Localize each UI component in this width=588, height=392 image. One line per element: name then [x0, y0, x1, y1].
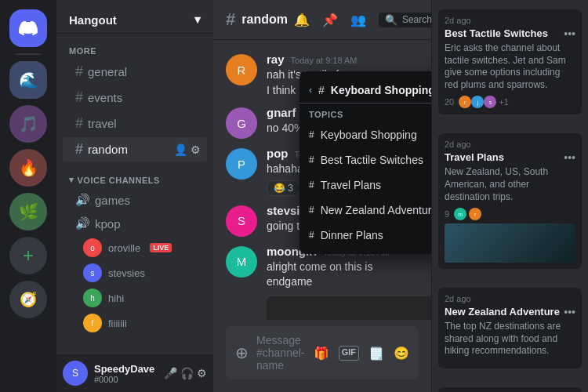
thread-item-label: Travel Plans: [321, 179, 381, 191]
message-time: Today at 9:18 AM: [291, 56, 358, 65]
thread-icon: #: [309, 129, 314, 140]
chat-input[interactable]: ⊕ Message #channel-name 🎁 GIF 🗒️ 😊: [226, 326, 419, 379]
chevron-left-icon[interactable]: ‹: [309, 85, 312, 96]
gift-icon[interactable]: 🎁: [314, 346, 329, 361]
sidebar-footer: S SpeedyDave #0000 🎤 🎧 ⚙: [56, 354, 213, 392]
server-icon-4[interactable]: 🌿: [9, 193, 47, 230]
channel-kpop[interactable]: 🔊 kpop: [63, 212, 207, 234]
avatar: R: [226, 54, 257, 85]
voice-section-label: VOICE CHANNELS: [78, 176, 160, 185]
more-label: MORE: [69, 46, 96, 56]
three-dots-icon[interactable]: •••: [564, 27, 575, 40]
sticker-icon[interactable]: 🗒️: [368, 346, 384, 361]
channel-travel[interactable]: # travel: [63, 111, 207, 136]
avatar: r: [459, 96, 471, 108]
server-icon-3[interactable]: 🔥: [9, 149, 47, 187]
chat-input-icons: 🎁 GIF 🗒️ 😊: [314, 346, 409, 361]
channel-random[interactable]: # random 👤 ⚙: [63, 137, 207, 162]
avatar: h: [83, 289, 102, 307]
avatar: M: [226, 246, 257, 278]
pin-icon[interactable]: 📌: [322, 13, 338, 27]
thread-item-travel-plans[interactable]: # Travel Plans: [299, 172, 431, 198]
settings-icon[interactable]: ⚙: [197, 367, 207, 379]
members-icon[interactable]: 👥: [350, 13, 366, 27]
thread-card-best-tactile[interactable]: 2d ago ••• Best Tactile Switches Eric as…: [438, 9, 582, 114]
topics-section-label: TOPICS: [299, 107, 431, 122]
thread-card-travel-plans[interactable]: 2d ago ••• Travel Plans New Zealand, US,…: [438, 133, 582, 269]
message-username: pop: [267, 147, 289, 160]
hash-icon: #: [75, 115, 83, 132]
live-badge: LIVE: [150, 243, 172, 252]
footer-username: SpeedyDave: [94, 363, 158, 375]
server-name-header[interactable]: Hangout ▾: [56, 0, 213, 34]
message-text: alright come on this is endgame: [267, 260, 419, 290]
thread-description: Eric asks the channel about tactile swit…: [445, 42, 575, 91]
thread-title: Travel Plans: [445, 151, 575, 163]
voice-user-oroville[interactable]: o oroville LIVE: [63, 236, 207, 260]
three-dots-icon[interactable]: •••: [564, 151, 575, 164]
thread-count: 20: [445, 97, 454, 107]
thread-icon: #: [309, 205, 314, 216]
search-placeholder: Search: [402, 14, 432, 25]
thread-card-dinner-plans[interactable]: 4d ago ••• Dinner Plans Saturday, around…: [438, 387, 582, 392]
avatar: s: [484, 96, 496, 108]
channel-hash-icon: #: [226, 9, 235, 30]
message-header: ray Today at 9:18 AM: [267, 53, 419, 66]
right-panel: 2d ago ••• Best Tactile Switches Eric as…: [431, 0, 588, 392]
server-icon-2[interactable]: 🎵: [9, 105, 47, 143]
voice-channels-label[interactable]: ▾ VOICE CHANNELS: [56, 162, 213, 188]
reaction-laugh[interactable]: 😂 3: [267, 180, 300, 196]
settings-icon[interactable]: ⚙: [191, 143, 201, 156]
headphones-icon[interactable]: 🎧: [180, 367, 194, 379]
thread-count: 9: [445, 209, 449, 219]
add-user-icon[interactable]: 👤: [174, 143, 187, 156]
channel-name-label: kpop: [95, 217, 121, 230]
thread-hash-icon: #: [318, 84, 325, 96]
thread-time: 2d ago: [445, 16, 575, 25]
mic-icon[interactable]: 🎤: [164, 367, 177, 379]
server-icon-1[interactable]: 🌊: [9, 61, 47, 99]
channel-games[interactable]: 🔊 games: [63, 189, 207, 211]
add-attachment-icon[interactable]: ⊕: [235, 343, 249, 362]
voice-user-stevsies[interactable]: s stevsies: [63, 261, 207, 285]
three-dots-icon[interactable]: •••: [564, 306, 575, 318]
explore-button[interactable]: 🧭: [9, 281, 47, 318]
more-section-label[interactable]: MORE: [56, 34, 213, 59]
thread-icon: #: [309, 180, 314, 191]
channel-name-label: events: [88, 91, 122, 104]
thread-title: New Zealand Adventure: [445, 306, 575, 318]
thread-item-label: Best Tactile Switches: [321, 154, 423, 166]
bell-icon[interactable]: 🔔: [294, 13, 310, 27]
footer-icons: 🎤 🎧 ⚙: [164, 367, 207, 379]
thread-time: 2d ago: [445, 294, 575, 303]
thread-item-label: Keyboard Shopping: [321, 129, 417, 141]
avatar: G: [226, 107, 257, 139]
voice-user-fiiiiiii[interactable]: f fiiiiiii: [63, 311, 207, 335]
thread-avatars: r j s: [459, 96, 494, 108]
channel-events[interactable]: # events: [63, 85, 207, 110]
gif-icon[interactable]: GIF: [339, 346, 359, 361]
server-sidebar: 🌊 🎵 🔥 🌿 + 🧭: [0, 0, 56, 392]
chat-input-placeholder[interactable]: Message #channel-name: [256, 334, 306, 372]
channel-name-label: travel: [88, 117, 117, 130]
thread-item-dinner-plans[interactable]: # Dinner Plans: [299, 223, 431, 248]
add-server-button[interactable]: +: [9, 237, 47, 274]
thread-card-nz-adventure[interactable]: 2d ago ••• New Zealand Adventure The top…: [438, 288, 582, 368]
hash-icon: #: [75, 89, 83, 106]
voice-username: oroville: [108, 242, 140, 254]
thread-item-nz-adventure[interactable]: # New Zealand Adventure: [299, 198, 431, 223]
channel-sidebar: Hangout ▾ MORE # general # events # trav…: [56, 0, 213, 392]
voice-username: stevsies: [108, 267, 145, 279]
voice-username: hihi: [108, 292, 124, 304]
channel-general[interactable]: # general: [63, 60, 207, 84]
server-icon-discord[interactable]: [9, 9, 47, 47]
chat-header: # random 🔔 📌 👥 🔍 Search 📥 ❓: [213, 0, 431, 40]
avatar: r: [469, 208, 481, 220]
thread-item-keyboard-shopping[interactable]: # Keyboard Shopping: [299, 122, 431, 147]
emoji-icon[interactable]: 😊: [394, 346, 409, 361]
hash-icon: #: [75, 64, 83, 80]
hash-icon: #: [75, 141, 83, 158]
channel-name-label: games: [95, 194, 130, 207]
voice-user-hihi[interactable]: h hihi: [63, 286, 207, 310]
thread-item-best-tactile[interactable]: # Best Tactile Switches: [299, 147, 431, 172]
